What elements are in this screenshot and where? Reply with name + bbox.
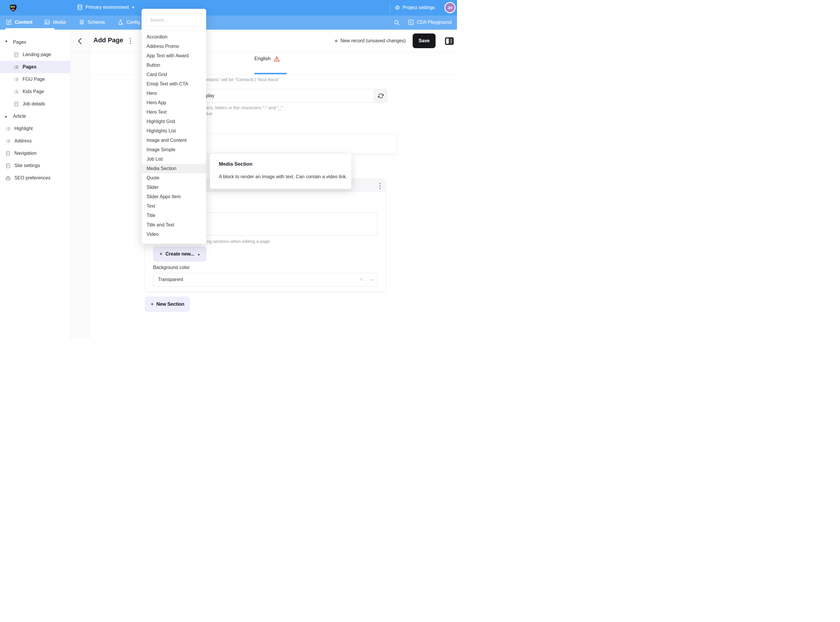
dropdown-item[interactable]: Card Grid: [142, 70, 206, 79]
section-name-helper: ng sections when editing a page: [207, 239, 270, 244]
record-status: New record (unsaved changes): [335, 38, 406, 43]
sidebar-item-label: SEO preferences: [14, 175, 50, 181]
sidebar-item-label: Pages: [23, 64, 37, 70]
background-color-label: Background color: [153, 265, 190, 270]
tab-media[interactable]: Media: [44, 19, 66, 25]
regenerate-slug-button[interactable]: [374, 89, 387, 102]
sidebar-item-address[interactable]: Address: [0, 135, 70, 147]
sidebar-item-label: Landing page: [23, 52, 51, 57]
toggle-side-panel-button[interactable]: [445, 37, 454, 45]
sidebar-item-job-details[interactable]: Job details: [0, 98, 70, 110]
module-nav-bar: Content Media Schema: [0, 15, 457, 30]
dropdown-item[interactable]: Title: [142, 211, 206, 220]
tab-config-label: Config: [126, 20, 140, 25]
dropdown-item[interactable]: Accordion: [142, 32, 206, 42]
list-icon: [14, 64, 19, 70]
sidebar-item-label: Kids Page: [23, 89, 44, 94]
dropdown-item[interactable]: Text: [142, 201, 206, 211]
tab-content-label: Content: [15, 20, 32, 25]
list-icon: [5, 126, 11, 131]
dropdown-item[interactable]: Hero App: [142, 98, 206, 107]
dropdown-item[interactable]: Emoji Text with CTA: [142, 79, 206, 89]
create-new-button[interactable]: + Create new... ▲: [153, 246, 206, 262]
dropdown-item[interactable]: Quote: [142, 173, 206, 183]
list-icon: [5, 138, 11, 144]
dropdown-item[interactable]: Hero Text: [142, 107, 206, 117]
dropdown-item[interactable]: Hero: [142, 89, 206, 98]
sidebar-group-article[interactable]: ▸ Article: [0, 110, 70, 122]
dropdown-item[interactable]: Image and Content: [142, 136, 206, 145]
cda-playground-label: CDA Playground: [417, 20, 451, 25]
sidebar-item-seo-preferences[interactable]: SEO preferences: [0, 172, 70, 184]
dropdown-item[interactable]: Highlight Grid: [142, 117, 206, 126]
save-button[interactable]: Save: [413, 34, 436, 48]
dropdown-item[interactable]: Slider Apps Item: [142, 192, 206, 201]
top-bar: Primary environment ▼ ⚙ Project settings…: [0, 0, 457, 15]
caret-collapsed-icon: ▸: [5, 114, 11, 119]
dropdown-item[interactable]: Job List: [142, 154, 206, 164]
avatar[interactable]: JH: [444, 2, 456, 13]
tab-locale-english[interactable]: English: [255, 56, 280, 62]
dropdown-item[interactable]: Image Simple: [142, 145, 206, 154]
sidebar-item-fgu-page[interactable]: FGU Page: [0, 73, 70, 85]
status-text: New record (unsaved changes): [340, 38, 406, 43]
sidebar-item-pages[interactable]: Pages: [0, 61, 70, 73]
header-divider: [70, 52, 457, 53]
app-window: Primary environment ▼ ⚙ Project settings…: [0, 0, 457, 338]
topbar-divider: [390, 4, 390, 12]
section-kebab[interactable]: [378, 182, 382, 190]
database-icon: [77, 4, 83, 11]
document-icon: [14, 52, 19, 58]
slug-value: play: [206, 93, 214, 98]
dropdown-item[interactable]: Address Promo: [142, 42, 206, 51]
dropdown-item[interactable]: Video: [142, 230, 206, 239]
caret-up-icon: ▲: [197, 253, 200, 256]
list-icon: [14, 77, 19, 82]
sidebar-group-label: Pages: [13, 40, 26, 45]
collapse-gutter: [70, 30, 90, 338]
clear-icon[interactable]: ✕: [360, 277, 363, 282]
avatar-initials: JH: [448, 6, 453, 10]
dropdown-item[interactable]: App Text with Award: [142, 51, 206, 61]
search-icon[interactable]: [393, 19, 400, 26]
dropdown-item-highlighted[interactable]: Media Section: [142, 164, 206, 173]
back-button[interactable]: [74, 36, 86, 46]
new-section-button[interactable]: + New Section: [145, 297, 190, 312]
dropdown-item[interactable]: Highlights List: [142, 126, 206, 136]
tab-schema[interactable]: Schema: [79, 19, 105, 25]
sidebar-item-landing-page[interactable]: Landing page: [0, 49, 70, 61]
document-icon: [5, 151, 11, 156]
environment-switcher[interactable]: Primary environment ▼: [77, 4, 135, 11]
sidebar-item-label: Navigation: [14, 151, 37, 156]
slug-helper-line1: ers, letters or the characters "-" and "…: [206, 105, 282, 110]
flask-icon: [117, 19, 123, 25]
cda-playground-button[interactable]: CDA Playground: [408, 19, 451, 26]
tab-config[interactable]: Config: [117, 19, 140, 25]
sidebar-group-label: Article: [13, 114, 26, 119]
sidebar-item-highlight[interactable]: Highlight: [0, 122, 70, 135]
document-icon: [14, 101, 19, 107]
terminal-icon: [408, 19, 414, 26]
refresh-icon: [378, 93, 384, 99]
sidebar-item-kids-page[interactable]: Kids Page: [0, 85, 70, 98]
tab-content[interactable]: Content: [6, 19, 32, 25]
dropdown-item[interactable]: Title and Text: [142, 220, 206, 230]
background-color-select[interactable]: Transparent ✕: [153, 273, 378, 287]
warning-icon: [274, 56, 280, 62]
gear-icon: ⚙: [395, 4, 400, 11]
sidebar-group-pages[interactable]: ▸ Pages: [0, 36, 70, 49]
status-dot-icon: [335, 40, 337, 42]
page-title: Add Page: [93, 37, 123, 44]
project-settings-button[interactable]: ⚙ Project settings: [395, 4, 435, 11]
dropdown-divider: [142, 30, 206, 30]
dropdown-search-input[interactable]: [146, 13, 202, 26]
sidebar-item-label: Site settings: [14, 163, 40, 168]
dropdown-item[interactable]: Slider: [142, 183, 206, 192]
sidebar-item-navigation[interactable]: Navigation: [0, 147, 70, 160]
page-actions-kebab[interactable]: [129, 37, 132, 45]
tab-schema-label: Schema: [87, 20, 105, 25]
dropdown-item[interactable]: Button: [142, 61, 206, 70]
document-icon: [5, 163, 11, 169]
chevron-down-icon: [370, 279, 374, 281]
sidebar-item-site-settings[interactable]: Site settings: [0, 160, 70, 172]
